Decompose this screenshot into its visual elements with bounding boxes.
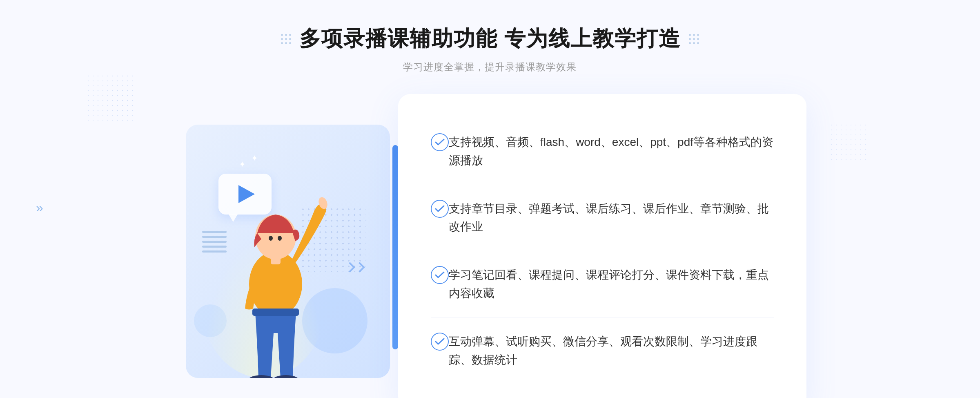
right-dots-decoration <box>689 34 699 44</box>
checkmark-svg-2 <box>435 205 445 212</box>
checkmark-svg-4 <box>435 338 445 345</box>
feature-item-3: 学习笔记回看、课程提问、课程评论打分、课件资料下载，重点内容收藏 <box>431 251 774 318</box>
chevron-2 <box>354 262 365 272</box>
svg-point-7 <box>273 375 299 378</box>
left-dots-decoration <box>281 34 291 44</box>
checkmark-svg-1 <box>435 139 445 146</box>
feature-item-4: 互动弹幕、试听购买、微信分享、观看次数限制、学习进度跟踪、数据统计 <box>431 318 774 384</box>
feature-text-4: 互动弹幕、试听购买、微信分享、观看次数限制、学习进度跟踪、数据统计 <box>449 333 774 369</box>
feature-text-2: 支持章节目录、弹题考试、课后练习、课后作业、章节测验、批改作业 <box>449 200 774 237</box>
svg-rect-4 <box>271 256 281 264</box>
svg-point-2 <box>269 236 273 241</box>
svg-rect-5 <box>252 309 299 316</box>
feature-item-2: 支持章节目录、弹题考试、课后练习、课后作业、章节测验、批改作业 <box>431 185 774 252</box>
page-container: » 多项录播课辅助功能 专为线上教学打造 学习进度全掌握，提升录播课教学效果 ✦ <box>0 0 980 398</box>
page-title: 多项录播课辅助功能 专为线上教学打造 <box>299 25 681 53</box>
check-icon-4 <box>431 333 449 351</box>
feature-item-1: 支持视频、音频、flash、word、excel、ppt、pdf等各种格式的资源… <box>431 119 774 185</box>
checkmark-svg-3 <box>435 271 445 279</box>
bg-dots-left <box>86 74 135 123</box>
page-subtitle: 学习进度全掌握，提升录播课教学效果 <box>281 60 699 74</box>
main-content: ✦ ✦ <box>163 94 817 398</box>
feature-text-1: 支持视频、音频、flash、word、excel、ppt、pdf等各种格式的资源… <box>449 133 774 170</box>
person-illustration <box>198 157 353 378</box>
title-wrapper: 多项录播课辅助功能 专为线上教学打造 <box>281 25 699 53</box>
check-icon-1 <box>431 133 449 151</box>
arrow-left-decoration: » <box>36 200 43 215</box>
check-icon-3 <box>431 266 449 284</box>
svg-point-3 <box>278 236 282 241</box>
illustration-background: ✦ ✦ <box>186 125 390 378</box>
check-icon-2 <box>431 200 449 218</box>
feature-text-3: 学习笔记回看、课程提问、课程评论打分、课件资料下载，重点内容收藏 <box>449 266 774 303</box>
header-section: 多项录播课辅助功能 专为线上教学打造 学习进度全掌握，提升录播课教学效果 <box>281 0 699 74</box>
accent-bar <box>392 145 398 349</box>
bg-dots-right <box>829 123 870 163</box>
features-card: 支持视频、音频、flash、word、excel、ppt、pdf等各种格式的资源… <box>398 94 806 398</box>
illustration-wrapper: ✦ ✦ <box>174 112 410 390</box>
